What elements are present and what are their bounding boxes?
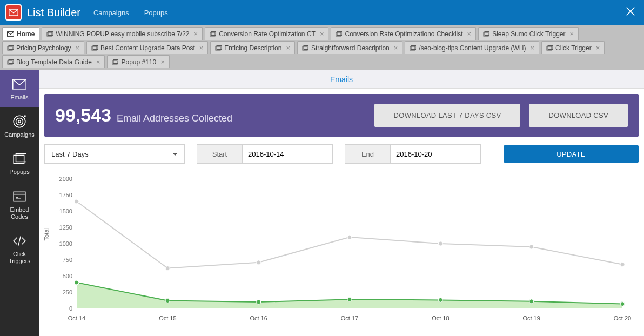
tab-close-icon[interactable]: × [286, 44, 290, 51]
popup-icon [2, 152, 37, 165]
start-date-input[interactable] [242, 144, 333, 164]
svg-point-49 [75, 199, 79, 204]
email-count: 99,543 [55, 105, 111, 126]
svg-rect-31 [16, 154, 27, 162]
popup-icon [410, 45, 416, 51]
tab-close-icon[interactable]: × [96, 58, 100, 65]
sidebar-label: Embed Codes [10, 206, 29, 220]
close-icon[interactable] [625, 5, 636, 19]
content-tab-emails[interactable]: Emails [330, 75, 353, 84]
tab-label: Straightforward Description [311, 44, 390, 52]
content-tab-bar: Emails [39, 70, 644, 89]
tab-close-icon[interactable]: × [320, 30, 324, 37]
mail-icon [7, 31, 14, 37]
tab-close-icon[interactable]: × [199, 44, 204, 51]
mail-icon [2, 78, 37, 91]
popup-tab[interactable]: Conversion Rate Optimization CT× [205, 27, 328, 40]
svg-point-51 [257, 260, 261, 265]
sidebar-item-popups[interactable]: Popups [0, 145, 39, 182]
popup-icon [7, 59, 14, 65]
popup-tab[interactable]: Conversion Rate Optimizationo Checklist× [331, 27, 476, 40]
svg-text:Oct 15: Oct 15 [159, 315, 176, 321]
tab-close-icon[interactable]: × [394, 44, 398, 51]
tab-close-icon[interactable]: × [570, 30, 574, 37]
svg-text:Oct 18: Oct 18 [432, 315, 449, 321]
tab-home[interactable]: Home [2, 27, 39, 40]
svg-point-50 [165, 266, 170, 271]
popup-icon [46, 31, 53, 37]
sidebar: Emails Campaigns Popups Embed Codes Clic… [0, 70, 39, 336]
popup-tab[interactable]: Enticing Description× [210, 41, 295, 54]
tab-close-icon[interactable]: × [160, 58, 165, 65]
popup-tab[interactable]: Sleep Sumo Click Trigger× [478, 27, 579, 40]
popup-tab[interactable]: WINNING POPUP easy mobile subscribe 7/22… [42, 27, 203, 40]
email-count-label: Email Addresses Collected [117, 113, 232, 124]
svg-point-54 [529, 245, 534, 249]
tab-label: Home [17, 30, 35, 38]
popup-tab[interactable]: Pricing Psychology× [2, 41, 84, 54]
popup-tab[interactable]: Popup #110× [107, 55, 169, 68]
popup-icon [91, 45, 98, 51]
end-date-label: End [345, 144, 390, 164]
tab-label: Pricing Psychology [16, 44, 71, 52]
svg-rect-32 [14, 192, 25, 201]
svg-text:Oct 14: Oct 14 [68, 315, 85, 321]
tab-close-icon[interactable]: × [467, 30, 472, 37]
end-date-input[interactable] [390, 144, 481, 164]
svg-text:0: 0 [69, 305, 72, 312]
popup-tab[interactable]: /seo-blog-tips Content Upgrade (WH)× [405, 41, 539, 54]
popup-icon [210, 31, 216, 37]
svg-text:Oct 20: Oct 20 [614, 315, 631, 321]
svg-text:1500: 1500 [59, 208, 72, 214]
svg-text:750: 750 [63, 257, 72, 263]
download-csv-button[interactable]: DOWNLOAD CSV [529, 104, 628, 127]
chart-area: Total 025050075010001250150017502000Oct … [39, 169, 644, 325]
svg-point-56 [75, 280, 79, 285]
chart-ylabel: Total [43, 228, 50, 240]
tab-label: WINNING POPUP easy mobile subscribe 7/22 [56, 30, 189, 38]
date-range-dropdown[interactable]: Last 7 Days [44, 144, 185, 164]
tab-close-icon[interactable]: × [194, 30, 198, 37]
tab-close-icon[interactable]: × [530, 44, 534, 51]
tab-close-icon[interactable]: × [75, 44, 79, 51]
svg-text:500: 500 [63, 273, 72, 279]
target-icon [2, 115, 37, 128]
svg-point-57 [165, 299, 170, 303]
tab-label: Enticing Description [224, 44, 281, 52]
sidebar-item-embed-codes[interactable]: Embed Codes [0, 183, 39, 227]
popup-icon [336, 31, 342, 37]
svg-text:1000: 1000 [59, 240, 72, 247]
svg-text:1250: 1250 [59, 224, 72, 231]
tab-close-icon[interactable]: × [596, 44, 600, 51]
topnav-campaigns[interactable]: Campaigns [93, 9, 129, 17]
popup-tab[interactable]: Click Trigger× [541, 41, 605, 54]
popup-tab[interactable]: Best Content Upgrade Data Post× [86, 41, 208, 54]
update-button[interactable]: UPDATE [504, 145, 639, 163]
svg-text:2000: 2000 [59, 176, 72, 182]
sidebar-item-emails[interactable]: Emails [0, 70, 39, 107]
start-date-label: Start [197, 144, 242, 164]
sidebar-item-campaigns[interactable]: Campaigns [0, 107, 39, 145]
sidebar-item-click-triggers[interactable]: Click Triggers [0, 227, 39, 271]
popup-tab[interactable]: Straightforward Description× [297, 41, 403, 54]
svg-text:250: 250 [63, 289, 72, 295]
topnav-popups[interactable]: Popups [144, 9, 168, 17]
popup-tab[interactable]: Blog Template Data Guide× [2, 55, 105, 68]
svg-point-59 [347, 297, 352, 301]
download-7day-csv-button[interactable]: DOWNLOAD LAST 7 DAYS CSV [374, 104, 521, 127]
popup-icon [215, 45, 222, 51]
svg-rect-30 [14, 156, 24, 164]
app-title: List Builder [27, 6, 81, 19]
svg-point-61 [529, 299, 534, 304]
tab-label: Conversion Rate Optimization CT [219, 30, 316, 38]
tab-label: Blog Template Data Guide [16, 58, 92, 66]
tab-label: Popup #110 [121, 58, 156, 66]
svg-text:Oct 19: Oct 19 [522, 315, 540, 321]
emails-line-chart: 025050075010001250150017502000Oct 14Oct … [44, 173, 633, 325]
tab-label: /seo-blog-tips Content Upgrade (WH) [419, 44, 526, 52]
svg-point-60 [438, 298, 442, 302]
tab-label: Sleep Sumo Click Trigger [492, 30, 565, 38]
embed-icon [2, 190, 37, 203]
sidebar-label: Popups [9, 169, 29, 175]
popup-icon [483, 31, 489, 37]
